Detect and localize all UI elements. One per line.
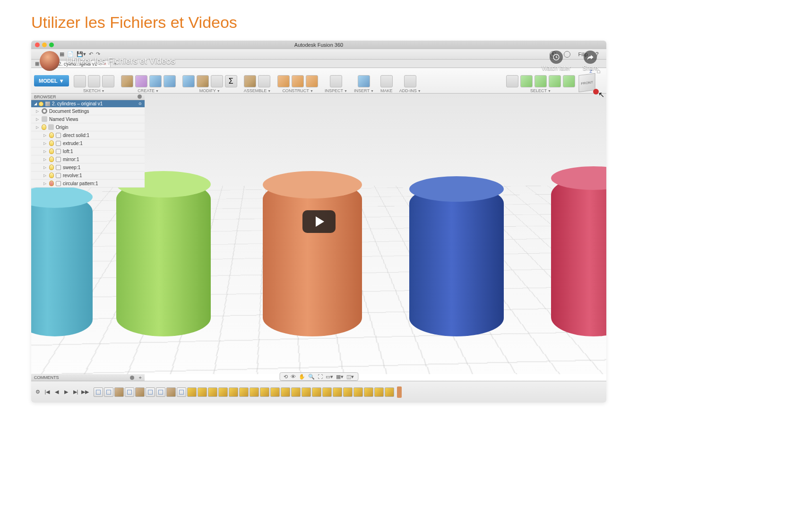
browser-header[interactable]: BROWSER (31, 94, 145, 100)
timeline-feature[interactable] (291, 387, 301, 397)
timeline-feature[interactable] (239, 387, 249, 397)
timeline-feature[interactable] (229, 387, 238, 397)
cylinder-cyan[interactable] (31, 195, 93, 336)
plane-tool-icon[interactable] (277, 75, 290, 87)
timeline-feature[interactable] (343, 387, 353, 397)
timeline-feature[interactable] (146, 387, 155, 397)
timeline-feature[interactable] (260, 387, 269, 397)
visibility-icon[interactable] (49, 180, 54, 186)
visibility-icon[interactable] (49, 140, 54, 146)
select-edge-icon[interactable] (549, 75, 561, 87)
comments-header[interactable]: COMMENTS + (31, 374, 145, 381)
tree-root[interactable]: ◢ 2. cylindres – original v1 ⊙ (31, 100, 145, 107)
visibility-icon[interactable] (49, 164, 54, 170)
tree-item-document-settings[interactable]: ▷ Document Settings (31, 107, 145, 115)
box-tool-icon[interactable] (121, 75, 133, 87)
revolve-tool-icon[interactable] (149, 75, 162, 87)
minimize-window-icon[interactable] (42, 43, 47, 47)
sum-tool-icon[interactable]: Σ (225, 75, 237, 87)
expand-icon[interactable]: ◢ (34, 102, 37, 106)
look-icon[interactable]: 👁 (291, 374, 296, 379)
measure-tool-icon[interactable] (330, 75, 342, 87)
fillet-tool-icon[interactable] (182, 75, 195, 87)
align-tool-icon[interactable] (211, 75, 223, 87)
make-tool-icon[interactable] (380, 75, 393, 87)
shell-tool-icon[interactable] (197, 75, 209, 87)
extrude-tool-icon[interactable] (135, 75, 147, 87)
video-embed[interactable]: Autodesk Fusion 360 ▦ 📄 💾▾ ↶ ↷ Filip ? U… (31, 41, 606, 403)
line-tool-icon[interactable] (88, 75, 100, 87)
play-button[interactable] (302, 210, 336, 233)
viewcube-face[interactable]: FRONT (578, 73, 595, 93)
visibility-icon[interactable] (49, 172, 54, 178)
workspace-switcher[interactable]: MODEL▼ (34, 75, 69, 86)
timeline-feature[interactable] (94, 387, 103, 397)
timeline-feature[interactable] (374, 387, 384, 397)
tree-item-revolve[interactable]: ▷revolve:1 (31, 172, 145, 180)
addins-tool-icon[interactable] (404, 75, 416, 87)
timeline-feature[interactable] (322, 387, 332, 397)
tree-item-loft[interactable]: ▷loft:1 (31, 147, 145, 155)
timeline-start-icon[interactable]: |◀ (43, 388, 51, 396)
timeline-feature[interactable] (333, 387, 342, 397)
tree-item-circular-pattern[interactable]: ▷circular pattern:1 (31, 180, 145, 188)
expand-icon[interactable]: ▷ (36, 109, 40, 113)
visibility-icon[interactable] (49, 132, 54, 138)
timeline-feature[interactable] (166, 387, 176, 397)
timeline-feature[interactable] (353, 387, 363, 397)
tree-item-origin[interactable]: ▷ Origin (31, 123, 145, 131)
timeline-feature[interactable] (312, 387, 321, 397)
collapse-icon[interactable] (138, 94, 142, 99)
timeline-feature[interactable] (135, 387, 145, 397)
timeline-feature[interactable] (104, 387, 113, 397)
zoom-window-icon[interactable] (49, 43, 54, 47)
timeline-feature[interactable] (250, 387, 259, 397)
timeline-play-icon[interactable]: ▶ (62, 388, 70, 396)
tree-item-direct-solid[interactable]: ▷direct solid:1 (31, 131, 145, 139)
visibility-icon[interactable] (49, 148, 54, 154)
timeline-feature[interactable] (198, 387, 207, 397)
tree-item-extrude[interactable]: ▷extrude:1 (31, 139, 145, 147)
channel-avatar[interactable] (40, 51, 60, 71)
select-face-icon[interactable] (534, 75, 547, 87)
collapse-icon[interactable] (130, 376, 134, 380)
video-title[interactable]: Utilizer les Fichiers et Videos (66, 56, 175, 66)
fit-icon[interactable]: ⛶ (318, 374, 323, 379)
dropdown-icon[interactable]: ⊙ (138, 102, 142, 106)
timeline-feature[interactable] (302, 387, 311, 397)
close-window-icon[interactable] (35, 43, 40, 47)
timeline-feature[interactable] (177, 387, 186, 397)
cylinder-green[interactable] (116, 180, 211, 336)
viewcube[interactable]: ⌂ Z FRONT ↖ (578, 74, 602, 97)
tree-item-named-views[interactable]: ▷ Named Views (31, 115, 145, 123)
add-comment-icon[interactable]: + (139, 375, 142, 380)
timeline-feature[interactable] (187, 387, 197, 397)
point-tool-icon[interactable] (306, 75, 318, 87)
watch-later-button[interactable]: Watch later (542, 51, 570, 71)
timeline-settings-icon[interactable]: ⚙ (34, 388, 42, 396)
tree-item-sweep[interactable]: ▷sweep:1 (31, 163, 145, 172)
pan-icon[interactable]: ✋ (299, 374, 305, 380)
axis-tool-icon[interactable] (292, 75, 304, 87)
assemble-tool-icon[interactable] (258, 75, 270, 87)
timeline-feature[interactable] (385, 387, 394, 397)
zoom-icon[interactable]: 🔍 (308, 374, 315, 380)
select-window-icon[interactable] (563, 75, 575, 87)
rect-tool-icon[interactable] (102, 75, 114, 87)
timeline-feature[interactable] (114, 387, 124, 397)
timeline-next-icon[interactable]: ▶| (72, 388, 79, 396)
sketch-tool-icon[interactable] (74, 75, 86, 87)
visibility-icon[interactable] (42, 124, 46, 130)
expand-icon[interactable]: ▷ (36, 125, 40, 129)
orbit-icon[interactable]: ⟲ (284, 374, 288, 380)
cylinder-orange[interactable] (263, 180, 362, 336)
timeline-feature[interactable] (364, 387, 373, 397)
timeline-feature[interactable] (218, 387, 228, 397)
traffic-lights[interactable] (35, 43, 54, 47)
timeline-feature[interactable] (270, 387, 280, 397)
joint-tool-icon[interactable] (244, 75, 256, 87)
navigation-bar[interactable]: ⟲ 👁 ✋ 🔍 ⛶ ▭▾ ▦▾ ◫▾ (279, 372, 358, 381)
timeline-playhead[interactable] (397, 386, 402, 398)
display-icon[interactable]: ▭▾ (326, 374, 333, 380)
timeline-feature[interactable] (125, 387, 134, 397)
